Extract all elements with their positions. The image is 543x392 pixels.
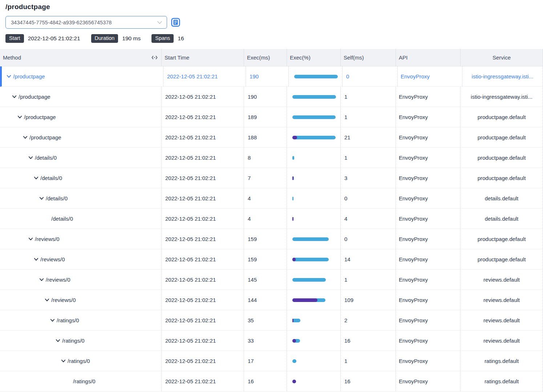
table-row[interactable]: /ratings/0 2022-12-05 21:02:21 35 2 Envo…: [0, 310, 543, 331]
exec-ms-cell: 7: [244, 168, 287, 188]
start-time-cell: 2022-12-05 21:02:21: [162, 209, 244, 229]
table-row[interactable]: /details/0 2022-12-05 21:02:21 7 3 Envoy…: [0, 168, 543, 188]
table-row[interactable]: /productpage 2022-12-05 21:02:21 188 21 …: [0, 127, 543, 148]
table-row[interactable]: /details/0 2022-12-05 21:02:21 8 1 Envoy…: [0, 148, 543, 168]
chevron-down-icon[interactable]: [34, 258, 39, 261]
method-cell: /details/0: [0, 209, 162, 229]
table-row[interactable]: /ratings/0 2022-12-05 21:02:21 16 16 Env…: [0, 371, 543, 392]
table-row[interactable]: /details/0 2022-12-05 21:02:21 4 0 Envoy…: [0, 188, 543, 209]
chevron-down-icon[interactable]: [34, 176, 39, 180]
chevron-down-icon[interactable]: [28, 237, 33, 241]
chevron-down-icon[interactable]: [45, 298, 49, 302]
service-cell: productpage.default: [461, 127, 543, 147]
trace-id-select[interactable]: 34347445-7755-4842-a939-623656745378: [5, 16, 167, 29]
spans-badge: Spans: [151, 34, 174, 43]
table-row[interactable]: /productpage 2022-12-05 21:02:21 189 1 E…: [0, 107, 543, 127]
exec-percent-cell: [287, 148, 341, 168]
method-label: /details/0: [35, 155, 57, 161]
table-row[interactable]: /details/0 2022-12-05 21:02:21 4 4 Envoy…: [0, 209, 543, 229]
chevron-down-icon[interactable]: [61, 359, 66, 363]
self-time-bar: [292, 319, 293, 322]
start-time-cell: 2022-12-05 21:02:21: [162, 249, 244, 269]
table-row[interactable]: /productpage 2022-12-05 21:02:21 190 0 E…: [0, 66, 543, 87]
method-cell: /productpage: [0, 107, 162, 127]
column-header-service: Service: [461, 49, 543, 66]
start-badge: Start: [5, 34, 24, 43]
table-row[interactable]: /reviews/0 2022-12-05 21:02:21 159 14 En…: [0, 249, 543, 270]
start-time-cell: 2022-12-05 21:02:21: [162, 310, 244, 330]
service-cell: istio-ingressgateway.isti...: [462, 66, 543, 86]
exec-percent-cell: [287, 127, 341, 147]
chevron-down-icon[interactable]: [12, 95, 17, 98]
start-time-cell: 2022-12-05 21:02:21: [162, 188, 244, 208]
span-table: Method Start Time Exec(ms) Exec(%) Self(…: [0, 49, 543, 392]
exec-ms-cell: 159: [244, 229, 287, 249]
chevron-down-icon[interactable]: [39, 197, 44, 200]
table-row[interactable]: /reviews/0 2022-12-05 21:02:21 144 109 E…: [0, 290, 543, 310]
method-label: /productpage: [13, 73, 45, 79]
exec-percent-bar: [292, 319, 300, 322]
start-time-cell: 2022-12-05 21:02:21: [162, 371, 244, 391]
self-time-bar: [292, 380, 296, 383]
method-cell: /reviews/0: [0, 229, 162, 249]
exec-percent-cell: [287, 331, 341, 351]
chevron-down-icon[interactable]: [56, 339, 60, 342]
method-label: /reviews/0: [35, 236, 60, 242]
table-body: /productpage 2022-12-05 21:02:21 190 0 E…: [0, 66, 543, 392]
start-time-cell: 2022-12-05 21:02:21: [162, 148, 244, 168]
exec-ms-cell: 159: [244, 249, 287, 269]
exec-percent-cell: [287, 270, 341, 290]
start-time-cell: 2022-12-05 21:02:21: [162, 270, 244, 290]
exec-ms-cell: 8: [244, 148, 287, 168]
chevron-down-icon[interactable]: [17, 115, 22, 119]
api-cell: EnvoyProxy: [396, 87, 461, 107]
chevron-down-icon[interactable]: [7, 75, 11, 78]
self-ms-cell: 4: [341, 209, 396, 229]
service-cell: productpage.default: [461, 148, 543, 168]
service-cell: details.default: [461, 209, 543, 229]
table-row[interactable]: /reviews/0 2022-12-05 21:02:21 159 0 Env…: [0, 229, 543, 249]
copy-trace-id-button[interactable]: [171, 18, 180, 27]
column-header-start-time: Start Time: [162, 49, 244, 66]
self-ms-cell: 2: [341, 310, 396, 330]
service-cell: productpage.default: [461, 249, 543, 269]
self-ms-cell: 1: [341, 148, 396, 168]
chevron-down-icon[interactable]: [39, 278, 44, 281]
exec-percent-cell: [287, 188, 341, 208]
api-cell: EnvoyProxy: [396, 331, 461, 351]
method-cell: /details/0: [0, 188, 162, 208]
exec-percent-cell: [287, 209, 341, 229]
self-time-bar: [292, 136, 297, 139]
method-label: /ratings/0: [62, 338, 85, 344]
start-time-cell: 2022-12-05 21:02:21: [162, 351, 244, 371]
chevron-down-icon[interactable]: [28, 156, 33, 159]
service-cell: reviews.default: [461, 310, 543, 330]
column-header-method: Method: [0, 49, 162, 66]
table-row[interactable]: /productpage 2022-12-05 21:02:21 190 1 E…: [0, 87, 543, 107]
exec-ms-cell: 33: [244, 331, 287, 351]
chevron-down-icon[interactable]: [50, 319, 55, 322]
exec-percent-bar: [292, 278, 326, 282]
column-resize-icon[interactable]: [151, 55, 158, 60]
table-row[interactable]: /reviews/0 2022-12-05 21:02:21 145 1 Env…: [0, 270, 543, 290]
method-cell: /reviews/0: [0, 270, 162, 290]
trace-meta: Start 2022-12-05 21:02:21 Duration 190 m…: [5, 34, 538, 43]
exec-percent-bar: [292, 176, 294, 180]
chevron-down-icon[interactable]: [23, 136, 28, 139]
table-row[interactable]: /ratings/0 2022-12-05 21:02:21 17 1 Envo…: [0, 351, 543, 371]
self-ms-cell: 1: [341, 107, 396, 127]
exec-percent-bar: [292, 359, 296, 363]
self-ms-cell: 16: [341, 371, 396, 391]
api-cell: EnvoyProxy: [396, 127, 461, 147]
method-cell: /ratings/0: [0, 351, 162, 371]
exec-percent-bar: [292, 136, 336, 139]
self-ms-cell: 14: [341, 249, 396, 269]
method-cell: /ratings/0: [0, 371, 162, 391]
service-cell: productpage.default: [461, 229, 543, 249]
exec-percent-bar: [292, 339, 300, 343]
exec-percent-cell: [287, 351, 341, 371]
exec-percent-bar: [292, 237, 329, 241]
service-cell: reviews.default: [461, 331, 543, 351]
method-label: /ratings/0: [68, 358, 90, 364]
table-row[interactable]: /ratings/0 2022-12-05 21:02:21 33 16 Env…: [0, 331, 543, 351]
